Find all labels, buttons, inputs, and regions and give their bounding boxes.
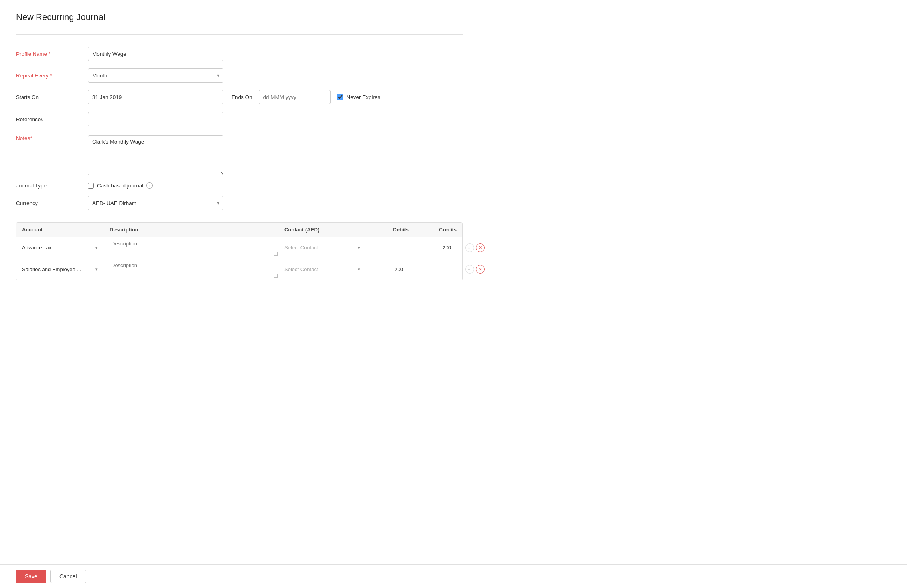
- row2-debits-value: 200: [372, 266, 409, 272]
- row1-account-select-wrapper: Advance Tax ▾: [22, 241, 99, 254]
- page-title: New Recurring Journal: [16, 12, 463, 22]
- row1-actions: ··· ✕: [465, 243, 485, 252]
- header-description: Description: [104, 227, 279, 233]
- table-row: Salaries and Employee ... ▾ Select Conta…: [16, 258, 462, 280]
- row1-more-button[interactable]: ···: [465, 243, 474, 252]
- header-debits: Debits: [367, 227, 414, 233]
- row1-account-select[interactable]: Advance Tax: [22, 241, 99, 254]
- starts-on-input[interactable]: [88, 90, 223, 104]
- starts-on-label: Starts On: [16, 94, 88, 100]
- notes-textarea[interactable]: Clark's Monthly Wage: [88, 135, 223, 175]
- info-icon[interactable]: i: [146, 182, 153, 189]
- header-contact: Contact (AED): [279, 227, 367, 233]
- header-credits: Credits: [414, 227, 462, 233]
- repeat-every-label: Repeat Every *: [16, 73, 88, 79]
- row2-actions: ··· ✕: [465, 265, 485, 274]
- profile-name-label: Profile Name *: [16, 51, 88, 57]
- table-row: Advance Tax ▾ Select Contact ▾: [16, 237, 462, 258]
- never-expires-checkbox[interactable]: [337, 94, 343, 100]
- table-header: Account Description Contact (AED) Debits…: [16, 223, 462, 237]
- row2-account-select[interactable]: Salaries and Employee ...: [22, 263, 99, 276]
- notes-label: Notes*: [16, 135, 88, 141]
- reference-input[interactable]: [88, 112, 223, 126]
- ends-on-input[interactable]: [259, 90, 331, 104]
- profile-name-input[interactable]: [88, 47, 223, 61]
- row2-description-input[interactable]: [110, 262, 273, 275]
- divider: [16, 34, 463, 35]
- row1-credits-value: 200: [420, 245, 457, 251]
- currency-label: Currency: [16, 200, 88, 206]
- row2-contact-select-wrapper: Select Contact ▾: [284, 263, 361, 276]
- row1-description-cell: [104, 238, 279, 257]
- row1-credits-cell: 200: [414, 242, 462, 253]
- row2-more-button[interactable]: ···: [465, 265, 474, 274]
- journal-type-label: Journal Type: [16, 183, 88, 189]
- journal-table: Account Description Contact (AED) Debits…: [16, 222, 463, 280]
- row1-delete-button[interactable]: ✕: [476, 243, 485, 252]
- currency-select[interactable]: AED- UAE Dirham USD- US Dollar EUR- Euro: [88, 196, 223, 210]
- row2-delete-button[interactable]: ✕: [476, 265, 485, 274]
- row1-description-input[interactable]: [110, 241, 273, 253]
- row2-account-select-wrapper: Salaries and Employee ... ▾: [22, 263, 99, 276]
- cash-based-checkbox[interactable]: [88, 183, 94, 189]
- row2-contact-select[interactable]: Select Contact: [284, 263, 361, 276]
- reference-label: Reference#: [16, 116, 88, 122]
- row1-account-cell: Advance Tax ▾: [16, 239, 104, 257]
- row2-credits-cell: [414, 267, 462, 272]
- row1-debits-cell: [367, 245, 414, 250]
- repeat-every-select-wrapper: Month Day Week Year ▾: [88, 68, 223, 83]
- row1-contact-select[interactable]: Select Contact: [284, 241, 361, 254]
- never-expires-label: Never Expires: [347, 94, 381, 100]
- row2-contact-cell: Select Contact ▾: [279, 260, 367, 278]
- row1-contact-cell: Select Contact ▾: [279, 239, 367, 257]
- repeat-every-select[interactable]: Month Day Week Year: [88, 68, 223, 83]
- header-account: Account: [16, 227, 104, 233]
- row1-contact-select-wrapper: Select Contact ▾: [284, 241, 361, 254]
- currency-select-wrapper: AED- UAE Dirham USD- US Dollar EUR- Euro…: [88, 196, 223, 210]
- row2-debits-cell: 200: [367, 264, 414, 275]
- ends-on-label: Ends On: [231, 94, 252, 100]
- cash-based-label: Cash based journal: [97, 183, 143, 189]
- row2-account-cell: Salaries and Employee ... ▾: [16, 260, 104, 278]
- row2-description-cell: [104, 260, 279, 279]
